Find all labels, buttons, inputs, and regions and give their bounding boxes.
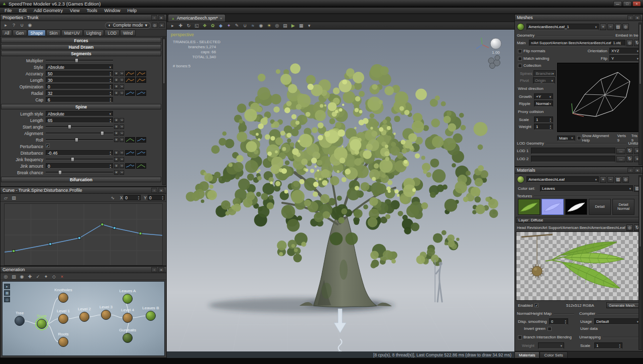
generate-mesh-button[interactable]: Generate Mesh... xyxy=(606,302,640,308)
disp-smoothing-input[interactable]: 0 ▴▾ xyxy=(549,318,568,325)
minimize-button[interactable]: — xyxy=(613,1,622,7)
gear-icon[interactable]: ◎ xyxy=(152,23,158,28)
disturbance-curve-thumb-1[interactable] xyxy=(136,150,146,156)
multiplier-slider-handle[interactable] xyxy=(75,58,78,63)
roll-slider[interactable] xyxy=(46,139,113,141)
zoom-icon[interactable]: ◎ xyxy=(2,273,10,280)
invert-green-checkbox[interactable] xyxy=(548,327,552,331)
start-angle-slider-handle[interactable] xyxy=(68,125,71,129)
menu-help[interactable]: Help xyxy=(124,8,140,14)
add-branch-icon[interactable]: ❖ xyxy=(201,23,208,29)
jink-frequency-slider-handle[interactable] xyxy=(71,157,74,162)
material-selector-dropdown[interactable]: AmericanBeechLeaf▾ xyxy=(526,176,599,183)
add-force-icon[interactable]: ✦ xyxy=(225,23,233,29)
menu-tools[interactable]: Tools xyxy=(83,8,100,14)
roll-slider-handle[interactable] xyxy=(75,138,78,142)
multiplier-slider[interactable] xyxy=(46,60,113,61)
float-panel-icon[interactable]: ▫ xyxy=(627,15,633,20)
add-mesh-icon[interactable]: ◆ xyxy=(217,23,225,29)
unwrap-scale-input[interactable]: 1 ▴▾ xyxy=(594,342,622,349)
diffuse-texture-thumb[interactable] xyxy=(518,199,540,215)
close-panel-icon[interactable]: × xyxy=(158,267,164,272)
mesh-selector-dropdown[interactable]: AmericanBeechLeaf_1▾ xyxy=(526,24,599,30)
jink-amount-plus-button[interactable]: + xyxy=(114,164,119,168)
tab-lighting[interactable]: Lighting xyxy=(83,30,104,36)
remove-material-button[interactable]: − xyxy=(607,176,614,183)
maximize-button[interactable]: □ xyxy=(623,1,631,7)
browse-mesh-icon[interactable]: ◎ xyxy=(626,40,633,46)
tab-shape[interactable]: Shape xyxy=(28,30,46,36)
viewport-canvas[interactable]: 1.00 perspective TRIANGLES - SELECTED br… xyxy=(167,30,514,358)
preview-view-dropdown[interactable]: Main▾ xyxy=(557,136,575,141)
accuracy-curve-thumb-1[interactable] xyxy=(136,71,146,76)
gen-node-level-1[interactable]: Level 1 xyxy=(57,309,70,324)
materials-scrollbar[interactable] xyxy=(638,175,642,350)
embed-in-tree-label[interactable]: Embed in tree xyxy=(615,33,640,38)
float-panel-icon[interactable]: ▫ xyxy=(627,168,633,173)
mode-selector[interactable]: ◐ Complete mode ▾ xyxy=(105,22,151,29)
curve-point-4[interactable] xyxy=(113,227,116,229)
main-mesh-path-field[interactable]: n/Art Support/American Beech/AmericanBee… xyxy=(529,40,625,46)
move-node-icon[interactable]: ✚ xyxy=(26,273,34,280)
optimization-input[interactable]: 0▴▾ xyxy=(46,84,113,89)
ripple-dropdown[interactable]: Normal▾ xyxy=(534,100,553,107)
roll-curve-thumb-1[interactable] xyxy=(136,137,146,143)
curve-y-input[interactable]: 0▴▾ xyxy=(148,195,165,200)
remove-mesh-button[interactable]: − xyxy=(607,24,614,30)
jink-frequency-plus-button[interactable]: + xyxy=(114,157,119,162)
validate-icon[interactable]: ✓ xyxy=(34,273,42,280)
show-alignment-checkbox[interactable] xyxy=(577,136,581,140)
disturbance-input[interactable]: -0.46▴▾ xyxy=(46,150,113,156)
accuracy-minus-button[interactable]: − xyxy=(120,71,124,76)
lod1-browse-button[interactable]: ... xyxy=(616,148,625,154)
menu-file[interactable]: File xyxy=(1,8,16,14)
import-material-button[interactable]: ▨ xyxy=(615,176,621,183)
color-set-dropdown[interactable]: Leaves▾ xyxy=(540,185,633,192)
alignment-plus-button[interactable]: + xyxy=(114,131,119,136)
break-chance-minus-button[interactable]: − xyxy=(120,170,124,175)
alignment-minus-button[interactable]: − xyxy=(120,131,124,136)
optimization-minus-button[interactable]: − xyxy=(120,84,124,89)
variance-mode-icon[interactable]: ▨ xyxy=(10,194,18,201)
section-hand-drawn[interactable]: Hand Drawn xyxy=(1,44,161,50)
accuracy-curve-thumb-0[interactable] xyxy=(125,71,135,76)
tab-lod[interactable]: LOD xyxy=(104,30,119,36)
radial-input[interactable]: 32▴▾ xyxy=(46,90,113,96)
scale-icon[interactable]: ◱ xyxy=(193,23,200,29)
length-curve-thumb-0[interactable] xyxy=(125,77,135,83)
growth-dropdown[interactable]: +Y▾ xyxy=(534,93,553,100)
lod1-field[interactable] xyxy=(531,148,615,154)
tab-gen[interactable]: Gen xyxy=(13,30,27,36)
length-plus-button[interactable]: + xyxy=(114,118,119,123)
roll-plus-button[interactable]: + xyxy=(114,138,119,142)
screenshot-icon[interactable]: ▦ xyxy=(297,23,305,29)
jink-amount-curve-thumb-1[interactable] xyxy=(136,163,146,169)
translate-icon[interactable]: ✚ xyxy=(177,23,184,29)
sun-icon[interactable]: ☀ xyxy=(265,23,273,29)
flip-dropdown[interactable]: Y▾ xyxy=(609,55,640,62)
radial-plus-button[interactable]: + xyxy=(114,91,119,95)
camera-icon[interactable]: ◉ xyxy=(257,23,265,29)
break-chance-slider-handle[interactable] xyxy=(58,170,62,175)
tab-all[interactable]: All xyxy=(2,30,12,36)
display-mode-icon[interactable]: ▤ xyxy=(281,23,289,29)
jink-amount-curve-thumb-0[interactable] xyxy=(125,163,135,169)
curve-editor[interactable] xyxy=(4,203,163,266)
curve-point-0[interactable] xyxy=(13,250,15,253)
add-material-button[interactable]: + xyxy=(600,176,606,183)
opacity-texture-thumb[interactable] xyxy=(565,199,587,215)
gen-node-level-4[interactable]: Level 4 xyxy=(121,308,134,323)
cap-input[interactable]: 6▴▾ xyxy=(46,97,113,102)
break-chance-plus-button[interactable]: + xyxy=(114,170,119,175)
start-angle-plus-button[interactable]: + xyxy=(114,125,119,129)
wind-icon[interactable]: ≈ xyxy=(249,23,257,29)
flip-normals-checkbox[interactable] xyxy=(518,49,522,53)
add-leaf-icon[interactable]: ✿ xyxy=(209,23,217,29)
grid-icon[interactable]: ▦ xyxy=(4,290,10,296)
layer-diffuse-bar[interactable]: Layer: Diffuse xyxy=(516,217,641,223)
close-button[interactable]: × xyxy=(632,1,641,7)
tab-mat-uv[interactable]: Mat+UV xyxy=(61,30,83,36)
gen-node-knotholes[interactable]: Knotholes xyxy=(54,288,72,303)
gen-node-tree[interactable]: Tree xyxy=(15,311,25,326)
start-angle-slider[interactable] xyxy=(46,126,113,128)
